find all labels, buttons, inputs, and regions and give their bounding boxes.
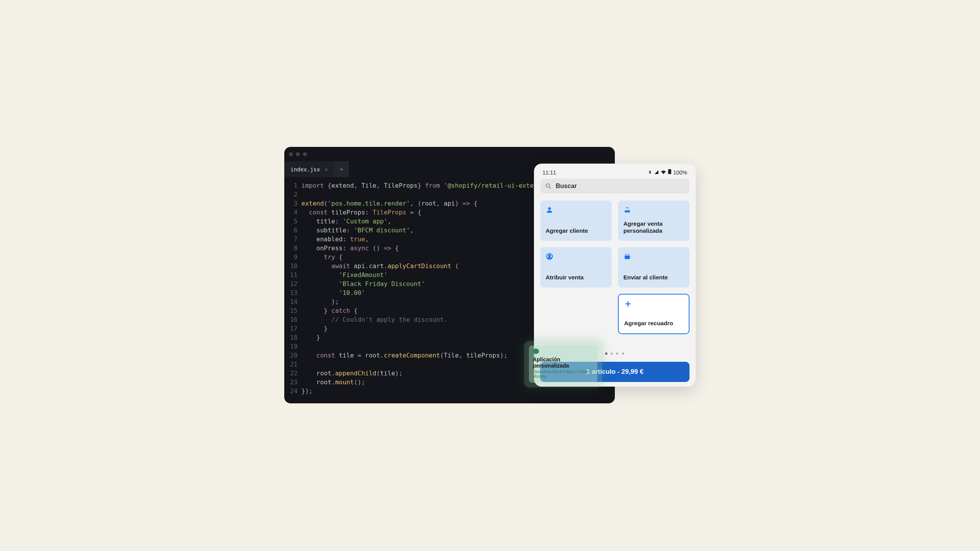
custom-tile-title: Aplicación personalizada bbox=[533, 356, 593, 369]
tile-label: Agregar cliente bbox=[546, 227, 606, 235]
tile-custom-sale[interactable]: Agregar venta personalizada bbox=[618, 201, 690, 241]
tile-send-customer[interactable]: Enviar al cliente bbox=[618, 247, 690, 288]
pager-dot[interactable] bbox=[611, 352, 613, 355]
svg-line-3 bbox=[549, 187, 551, 188]
tile-add-customer[interactable]: Agregar cliente bbox=[540, 201, 612, 241]
wifi-icon bbox=[661, 169, 666, 176]
window-max-dot[interactable] bbox=[303, 152, 307, 156]
svg-rect-8 bbox=[625, 254, 630, 255]
editor-tab[interactable]: index.jsx × bbox=[284, 161, 334, 177]
bluetooth-icon bbox=[648, 169, 652, 176]
search-placeholder: Buscar bbox=[556, 183, 577, 190]
battery-percent: 100% bbox=[673, 169, 687, 176]
person-circle-icon bbox=[546, 253, 553, 260]
signal-icon bbox=[654, 169, 659, 176]
pager-dot[interactable] bbox=[616, 352, 618, 355]
status-time: 11:11 bbox=[542, 169, 556, 176]
close-icon[interactable]: × bbox=[325, 166, 328, 173]
tile-label: Agregar venta personalizada bbox=[623, 220, 684, 235]
svg-rect-10 bbox=[628, 254, 629, 255]
discount-badge-icon bbox=[533, 349, 539, 354]
tile-label: Enviar al cliente bbox=[623, 274, 684, 281]
pager-add-icon[interactable]: + bbox=[621, 351, 624, 356]
search-icon bbox=[545, 183, 552, 190]
svg-rect-1 bbox=[669, 169, 670, 170]
custom-tile-highlight: Aplicación personalizada Descuento Black… bbox=[524, 341, 602, 387]
window-close-dot[interactable] bbox=[289, 152, 293, 156]
window-min-dot[interactable] bbox=[296, 152, 300, 156]
upload-plus-icon bbox=[623, 206, 631, 214]
pager-dot[interactable] bbox=[605, 352, 607, 355]
svg-point-2 bbox=[546, 184, 550, 187]
status-bar: 11:11 100% bbox=[540, 168, 690, 179]
tile-placeholder bbox=[540, 294, 612, 334]
svg-rect-9 bbox=[626, 254, 626, 255]
tile-label: Atribuir venta bbox=[546, 274, 606, 281]
tile-add[interactable]: Agregar recuadro bbox=[618, 294, 690, 334]
new-tab-button[interactable]: + bbox=[334, 161, 349, 177]
person-icon bbox=[546, 206, 553, 214]
tile-label: Agregar recuadro bbox=[624, 320, 683, 327]
tile-attribute-sale[interactable]: Atribuir venta bbox=[540, 247, 612, 288]
svg-point-4 bbox=[548, 207, 551, 210]
custom-tile-subtitle: Descuento Black Friday y Cyber Monday bbox=[533, 370, 593, 379]
battery-icon bbox=[668, 169, 672, 176]
custom-app-tile[interactable]: Aplicación personalizada Descuento Black… bbox=[529, 345, 597, 383]
search-input[interactable]: Buscar bbox=[540, 179, 690, 194]
plus-icon bbox=[624, 300, 632, 308]
editor-tab-label: index.jsx bbox=[290, 166, 320, 173]
calendar-icon bbox=[623, 253, 631, 260]
line-gutter: 123456789101112131415161718192021222324 bbox=[284, 181, 301, 396]
tiles-grid: Agregar cliente Agregar venta personaliz… bbox=[540, 201, 690, 334]
window-titlebar bbox=[284, 147, 615, 161]
svg-point-6 bbox=[549, 255, 551, 257]
svg-rect-0 bbox=[668, 169, 671, 174]
